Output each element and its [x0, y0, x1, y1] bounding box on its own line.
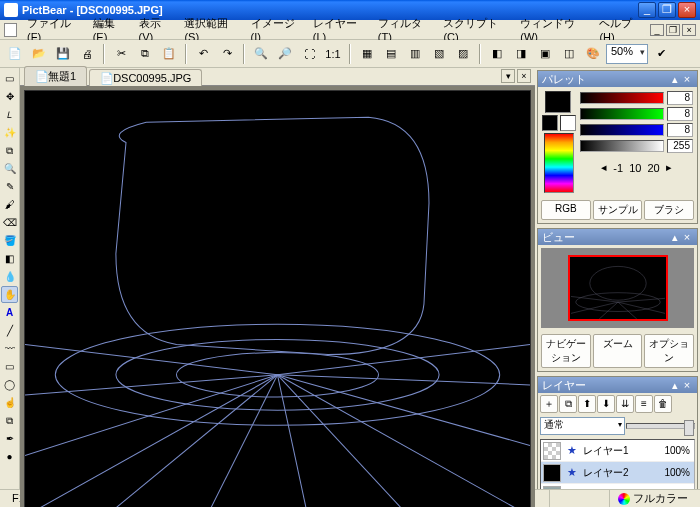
tool-curve[interactable]: 〰 — [1, 340, 18, 357]
tab-dsc[interactable]: 📄DSC00995.JPG — [89, 69, 202, 86]
panel-c-button[interactable]: ▣ — [534, 43, 556, 65]
tool-gradient[interactable]: ◧ — [1, 250, 18, 267]
tool-path[interactable]: ✒ — [1, 430, 18, 447]
b-value[interactable]: 8 — [667, 123, 693, 137]
g-slider[interactable] — [580, 108, 664, 120]
open-button[interactable]: 📂 — [28, 43, 50, 65]
fg-swatch[interactable] — [545, 91, 571, 113]
layer-opacity: 100% — [664, 467, 692, 478]
palette-tab-rgb[interactable]: RGB — [541, 200, 591, 220]
view-close[interactable]: × — [681, 231, 693, 243]
new-button[interactable]: 📄 — [4, 43, 26, 65]
grid-a-button[interactable]: ▦ — [356, 43, 378, 65]
view-tab-opt[interactable]: オプション — [644, 334, 694, 368]
zoom100-button[interactable]: 1:1 — [322, 43, 344, 65]
tool-rect[interactable]: ▭ — [1, 358, 18, 375]
redo-button[interactable]: ↷ — [216, 43, 238, 65]
layer-down[interactable]: ⬇ — [597, 395, 615, 413]
close-button[interactable]: × — [678, 2, 696, 18]
tool-shape[interactable]: ● — [1, 448, 18, 465]
layers-min[interactable]: ▴ — [669, 379, 681, 392]
cut-button[interactable]: ✂ — [110, 43, 132, 65]
visible-icon[interactable]: ★ — [565, 444, 579, 457]
opacity-slider[interactable] — [626, 423, 696, 429]
layer-row[interactable]: ★ レイヤー1 100% — [541, 440, 694, 462]
tool-fill[interactable]: 🪣 — [1, 232, 18, 249]
blend-mode[interactable]: 通常 — [540, 417, 625, 435]
tool-zoom[interactable]: 🔍 — [1, 160, 18, 177]
mdi-restore[interactable]: ❐ — [666, 24, 680, 36]
palette-close[interactable]: × — [681, 73, 693, 85]
tool-move[interactable]: ✥ — [1, 88, 18, 105]
bg-mini[interactable] — [560, 115, 576, 131]
tool-brush[interactable]: 🖌 — [1, 196, 18, 213]
undo-button[interactable]: ↶ — [192, 43, 214, 65]
tool-eraser[interactable]: ⌫ — [1, 214, 18, 231]
a-slider[interactable] — [580, 140, 664, 152]
zoomin-button[interactable]: 🔍 — [250, 43, 272, 65]
save-button[interactable]: 💾 — [52, 43, 74, 65]
panel-b-button[interactable]: ◨ — [510, 43, 532, 65]
fg-mini[interactable] — [542, 115, 558, 131]
panel-a-button[interactable]: ◧ — [486, 43, 508, 65]
layer-merge[interactable]: ⇊ — [616, 395, 634, 413]
view-tab-zoom[interactable]: ズーム — [593, 334, 643, 368]
panel-d-button[interactable]: ◫ — [558, 43, 580, 65]
tabbar-close[interactable]: × — [517, 69, 531, 83]
copy-button[interactable]: ⧉ — [134, 43, 156, 65]
tool-text[interactable]: A — [1, 304, 18, 321]
tabbar-dropdown[interactable]: ▾ — [501, 69, 515, 83]
view-tab-nav[interactable]: ナビゲーション — [541, 334, 591, 368]
tool-smudge[interactable]: ☝ — [1, 394, 18, 411]
tab-untitled[interactable]: 📄無題1 — [24, 66, 87, 86]
grid-d-button[interactable]: ▧ — [428, 43, 450, 65]
zoomfit-button[interactable]: ⛶ — [298, 43, 320, 65]
canvas[interactable] — [24, 90, 531, 507]
layer-flat[interactable]: ≡ — [635, 395, 653, 413]
tool-clone[interactable]: ⧉ — [1, 412, 18, 429]
panel-e-button[interactable]: 🎨 — [582, 43, 604, 65]
tool-pencil[interactable]: ✎ — [1, 178, 18, 195]
mdi-close[interactable]: × — [682, 24, 696, 36]
tool-lasso[interactable]: 𝘓 — [1, 106, 18, 123]
toolbox: ▭ ✥ 𝘓 ✨ ⧉ 🔍 ✎ 🖌 ⌫ 🪣 ◧ 💧 ✋ A ╱ 〰 ▭ ◯ ☝ ⧉ … — [0, 68, 20, 489]
maximize-button[interactable]: ❐ — [658, 2, 676, 18]
canvas-area[interactable] — [20, 86, 535, 507]
layers-close[interactable]: × — [681, 379, 693, 391]
tool-hand[interactable]: ✋ — [1, 286, 18, 303]
tool-crop[interactable]: ⧉ — [1, 142, 18, 159]
mdi-minimize[interactable]: _ — [650, 24, 664, 36]
layer-up[interactable]: ⬆ — [578, 395, 596, 413]
zoom-apply[interactable]: ✔ — [650, 43, 672, 65]
grid-b-button[interactable]: ▤ — [380, 43, 402, 65]
palette-tab-sample[interactable]: サンプル — [593, 200, 643, 220]
layer-dup[interactable]: ⧉ — [559, 395, 577, 413]
layer-row[interactable]: ★ レイヤー2 100% — [541, 462, 694, 484]
visible-icon[interactable]: ★ — [565, 466, 579, 479]
spectrum-picker[interactable] — [544, 133, 574, 193]
r-slider[interactable] — [580, 92, 664, 104]
svg-line-19 — [599, 302, 618, 319]
grid-c-button[interactable]: ▥ — [404, 43, 426, 65]
palette-tab-brush[interactable]: ブラシ — [644, 200, 694, 220]
tool-marquee[interactable]: ▭ — [1, 70, 18, 87]
print-button[interactable]: 🖨 — [76, 43, 98, 65]
palette-min[interactable]: ▴ — [669, 73, 681, 86]
grid-e-button[interactable]: ▨ — [452, 43, 474, 65]
b-slider[interactable] — [580, 124, 664, 136]
paste-button[interactable]: 📋 — [158, 43, 180, 65]
tool-wand[interactable]: ✨ — [1, 124, 18, 141]
layer-new[interactable]: ＋ — [540, 395, 558, 413]
navigator[interactable] — [541, 248, 694, 328]
view-min[interactable]: ▴ — [669, 231, 681, 244]
zoom-select[interactable]: 50% — [606, 44, 648, 64]
tool-line[interactable]: ╱ — [1, 322, 18, 339]
svg-line-12 — [278, 375, 531, 446]
g-value[interactable]: 8 — [667, 107, 693, 121]
tool-ellipse[interactable]: ◯ — [1, 376, 18, 393]
r-value[interactable]: 8 — [667, 91, 693, 105]
a-value[interactable]: 255 — [667, 139, 693, 153]
zoomout-button[interactable]: 🔎 — [274, 43, 296, 65]
tool-picker[interactable]: 💧 — [1, 268, 18, 285]
layer-del[interactable]: 🗑 — [654, 395, 672, 413]
